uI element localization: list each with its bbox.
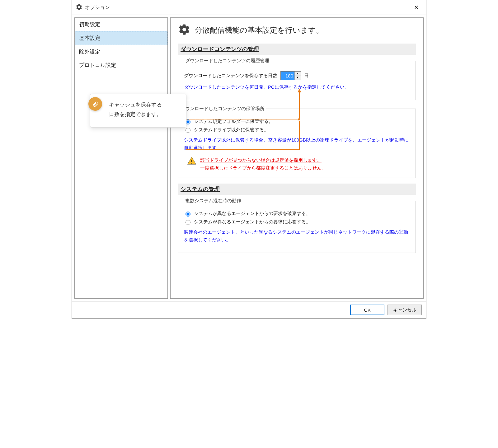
- warning-line-1: 該当ドライブが見つからない場合は規定値を採用します。: [200, 156, 326, 164]
- dialog-footer: OK キャンセル: [72, 301, 426, 318]
- sidebar-item-basic[interactable]: 基本設定: [75, 31, 167, 45]
- radio-respond[interactable]: システムが異なるエージェントからの要求に応答する。: [184, 219, 410, 225]
- radio-discard[interactable]: システムが異なるエージェントからの要求を破棄する。: [184, 211, 410, 217]
- days-label: ダウンロードしたコンテンツを保存する日数: [184, 73, 277, 79]
- main-panel: 分散配信機能の基本設定を行います。 ダウンロードコンテンツの管理 ダウンロードし…: [170, 17, 424, 299]
- sidebar-item-protocol[interactable]: プロトコル設定: [75, 58, 167, 72]
- warning-icon: [187, 156, 196, 166]
- section-download-heading: ダウンロードコンテンツの管理: [178, 44, 416, 55]
- cancel-button[interactable]: キャンセル: [388, 305, 422, 315]
- sidebar-item-exclude[interactable]: 除外設定: [75, 45, 167, 58]
- ok-button[interactable]: OK: [350, 305, 384, 315]
- window-title: オプション: [85, 4, 110, 11]
- callout-line-2: 日数を指定できます。: [109, 110, 178, 119]
- close-button[interactable]: ✕: [410, 3, 422, 12]
- radio-respond-label: システムが異なるエージェントからの要求に応答する。: [194, 219, 311, 225]
- radio-other-drive-input[interactable]: [186, 128, 190, 133]
- multisystem-hint-link[interactable]: 関連会社のエージェント、といった異なるシステムのエージェントが同じネットワークに…: [184, 228, 410, 244]
- radio-system-folder-label: システム規定フォルダーに保管する。: [194, 119, 273, 124]
- fieldset-history: ダウンロードしたコンテンツの履歴管理 ダウンロードしたコンテンツを保存する日数 …: [178, 58, 416, 100]
- days-hint-link[interactable]: ダウンロードしたコンテンツを何日間、PCに保存するかを指定してください。: [184, 83, 349, 91]
- radio-discard-label: システムが異なるエージェントからの要求を破棄する。: [194, 211, 311, 217]
- days-unit: 日: [304, 73, 309, 79]
- days-spin-up[interactable]: ▲: [295, 72, 301, 76]
- warning-line-2: 一度選択したドライブから都度変更することはありません。: [200, 164, 326, 172]
- titlebar: オプション ✕: [72, 0, 426, 15]
- gear-icon: [178, 23, 190, 37]
- fieldset-multisystem: 複数システム混在時の動作 システムが異なるエージェントからの要求を破棄する。 シ…: [178, 198, 416, 253]
- fieldset-location-legend: ウンロードしたコンテンツの保管場所: [184, 106, 266, 112]
- page-title: 分散配信機能の基本設定を行います。: [195, 25, 323, 35]
- radio-system-folder[interactable]: システム規定フォルダーに保管する。: [184, 119, 410, 124]
- svg-rect-0: [191, 160, 192, 162]
- callout-line-1: キャッシュを保存する: [109, 100, 178, 110]
- fieldset-location: ウンロードしたコンテンツの保管場所 システム規定フォルダーに保管する。 システム…: [178, 106, 416, 178]
- options-dialog: オプション ✕ 初期設定 基本設定 除外設定 プロトコル設定 分散配信機能の基本…: [72, 0, 426, 319]
- radio-other-drive[interactable]: システムドライブ以外に保管する。: [184, 127, 410, 133]
- days-input[interactable]: [281, 72, 294, 80]
- gear-icon: [76, 4, 82, 12]
- fieldset-history-legend: ダウンロードしたコンテンツの履歴管理: [184, 58, 270, 64]
- attachment-icon: [88, 97, 102, 111]
- callout-tooltip: キャッシュを保存する 日数を指定できます。: [90, 94, 186, 128]
- radio-discard-input[interactable]: [186, 212, 190, 217]
- svg-rect-1: [191, 163, 192, 164]
- radio-other-drive-label: システムドライブ以外に保管する。: [194, 127, 269, 133]
- radio-respond-input[interactable]: [186, 220, 190, 225]
- location-hint-link[interactable]: システムドライブ以外に保管する場合、空き容量が100GB以上の論理ドライブを、エ…: [184, 136, 410, 152]
- section-system-heading: システムの管理: [178, 184, 416, 195]
- days-spin-down[interactable]: ▼: [295, 76, 301, 80]
- sidebar: 初期設定 基本設定 除外設定 プロトコル設定: [74, 17, 168, 299]
- sidebar-item-initial[interactable]: 初期設定: [75, 18, 167, 31]
- fieldset-multisystem-legend: 複数システム混在時の動作: [184, 198, 242, 204]
- close-icon: ✕: [414, 4, 419, 11]
